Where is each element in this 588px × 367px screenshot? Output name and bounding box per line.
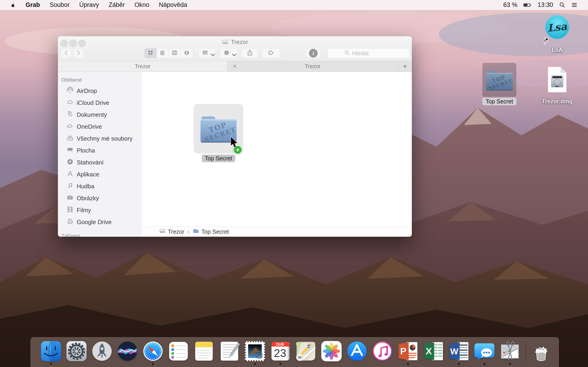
- dock-grab-app[interactable]: [498, 340, 521, 365]
- desktop-icon-label: LsA: [552, 47, 562, 53]
- dock-siri[interactable]: [116, 340, 139, 365]
- chevron-down-icon: [209, 51, 213, 55]
- info-button[interactable]: i: [306, 48, 320, 58]
- sidebar-item-icon: [67, 146, 73, 155]
- dock-photos[interactable]: [320, 340, 343, 365]
- search-input[interactable]: [352, 50, 403, 57]
- keyboard-input-status-icon[interactable]: [430, 2, 436, 8]
- menu-item[interactable]: Grab: [21, 0, 45, 10]
- sidebar-item-dokumenty[interactable]: Dokumenty: [58, 109, 141, 121]
- onedrive-status-icon[interactable]: [442, 2, 449, 8]
- sidebar-items: AirDrop iCloud Drive Dokumenty OneDrive: [58, 85, 141, 228]
- mouse-cursor: [230, 137, 238, 148]
- alias-arrow-icon: [542, 36, 550, 44]
- zoom-window-button[interactable]: [78, 40, 86, 47]
- volume-status-icon[interactable]: [491, 2, 497, 8]
- dock-itunes[interactable]: [371, 340, 394, 365]
- sidebar-item-plocha[interactable]: Plocha: [58, 144, 141, 156]
- path-segment-top-secret[interactable]: Top Secret: [193, 228, 229, 236]
- window-tiles-status-icon[interactable]: [455, 2, 461, 8]
- icon-view-button[interactable]: [145, 48, 157, 58]
- svg-text:W: W: [450, 347, 458, 356]
- dock-calendar[interactable]: DUB23: [269, 340, 292, 365]
- wifi-status-icon[interactable]: [479, 2, 485, 8]
- arrange-button[interactable]: [199, 48, 216, 58]
- dock-reminders[interactable]: [167, 340, 190, 365]
- share-button[interactable]: [241, 48, 258, 58]
- dock-app-icon: [346, 340, 368, 363]
- notification-center-icon[interactable]: [571, 2, 578, 8]
- dock-excel[interactable]: X: [422, 340, 445, 365]
- running-indicator: [407, 363, 409, 365]
- desktop-icon-lsa[interactable]: Lsa LsA: [541, 15, 573, 53]
- window-title: Trezor: [231, 39, 248, 46]
- dock-messages[interactable]: [473, 340, 496, 365]
- battery-icon[interactable]: [523, 2, 531, 8]
- menu-item[interactable]: Okno: [130, 0, 154, 10]
- spotlight-icon[interactable]: [559, 2, 565, 8]
- dock-app-icon: [320, 340, 343, 363]
- minimize-window-button[interactable]: [69, 40, 77, 47]
- column-view-button[interactable]: [169, 48, 181, 58]
- dragged-item-top-secret[interactable]: TOPSECRET Top Secret +: [194, 104, 243, 153]
- sidebar-item-icloud-drive[interactable]: iCloud Drive: [58, 97, 141, 109]
- chevron-right-icon: [75, 49, 82, 57]
- sidebar-item-airdrop[interactable]: AirDrop: [58, 85, 141, 97]
- desktop-icon-trezor-dmg[interactable]: Trezor.dmg: [541, 62, 573, 105]
- dock-launchpad[interactable]: [90, 340, 113, 365]
- menu-clock[interactable]: 13:30: [537, 1, 553, 8]
- sidebar-item-stahovani[interactable]: Stahování: [58, 156, 141, 168]
- dock-safari[interactable]: [141, 340, 164, 365]
- coverflow-view-button[interactable]: [181, 48, 193, 58]
- dock-word[interactable]: W: [447, 340, 470, 365]
- dock-app-store[interactable]: [346, 340, 368, 365]
- sidebar-item-icon: [67, 206, 73, 215]
- dock-app-icon: [498, 340, 521, 363]
- dock-maps[interactable]: 2803D: [294, 340, 317, 365]
- action-button[interactable]: [220, 48, 238, 58]
- forward-button[interactable]: [73, 48, 84, 58]
- sidebar-item-hudba[interactable]: Hudba: [58, 180, 141, 192]
- back-button[interactable]: [61, 48, 71, 58]
- tab-trezor-1[interactable]: Trezor: [58, 61, 228, 72]
- new-tab-button[interactable]: +: [398, 61, 412, 72]
- tags-button[interactable]: [262, 48, 280, 58]
- sidebar-item-label: Dokumenty: [77, 111, 107, 118]
- menu-item[interactable]: Nápověda: [154, 0, 192, 10]
- search-field[interactable]: [327, 48, 410, 58]
- sidebar-item-google-drive[interactable]: Google Drive: [58, 216, 141, 228]
- status-icons: [406, 2, 497, 8]
- path-segment-trezor[interactable]: Trezor: [159, 228, 184, 236]
- svg-text:3D: 3D: [298, 356, 302, 359]
- dock-finder[interactable]: [40, 340, 62, 365]
- menu-item[interactable]: Záběr: [104, 0, 130, 10]
- tab-trezor-2[interactable]: × Trezor: [228, 61, 398, 72]
- menu-item[interactable]: Soubor: [45, 0, 74, 10]
- list-view-button[interactable]: [157, 48, 169, 58]
- tab-close-icon[interactable]: ×: [231, 63, 239, 70]
- desktop: GrabSouborÚpravyZáběrOknoNápověda 63 % 1…: [0, 0, 588, 367]
- dock-textedit[interactable]: [218, 340, 241, 365]
- sidebar-item-obrazky[interactable]: Obrázky: [58, 192, 141, 204]
- apple-menu-icon[interactable]: [10, 2, 16, 8]
- close-window-button[interactable]: [61, 40, 68, 47]
- sidebar-item-icon: [67, 99, 73, 107]
- info-icon: i: [309, 49, 318, 58]
- sidebar-item-onedrive[interactable]: OneDrive: [58, 121, 141, 133]
- dock-system-preferences[interactable]: [65, 340, 88, 365]
- sidebar-item-vsechny-me-soubory[interactable]: Všechny mé soubory: [58, 133, 141, 144]
- menu-item[interactable]: Úpravy: [74, 0, 104, 10]
- dock-app-icon: W: [447, 340, 470, 363]
- dock-powerpoint[interactable]: P: [397, 340, 419, 365]
- google-drive-status-icon[interactable]: [406, 2, 412, 8]
- location-status-icon[interactable]: [418, 2, 424, 8]
- sidebar-item-label: Všechny mé soubory: [77, 135, 132, 142]
- sidebar-item-aplikace[interactable]: Aplikace: [58, 168, 141, 180]
- sidebar-item-icon: [67, 87, 73, 95]
- dock-trash[interactable]: [530, 340, 553, 365]
- sidebar-item-filmy[interactable]: Filmy: [58, 204, 141, 216]
- dock-notes[interactable]: [192, 340, 216, 365]
- bluetooth-status-icon[interactable]: [467, 2, 473, 8]
- dock-mail[interactable]: [243, 340, 267, 365]
- disk-image-icon: [546, 66, 568, 93]
